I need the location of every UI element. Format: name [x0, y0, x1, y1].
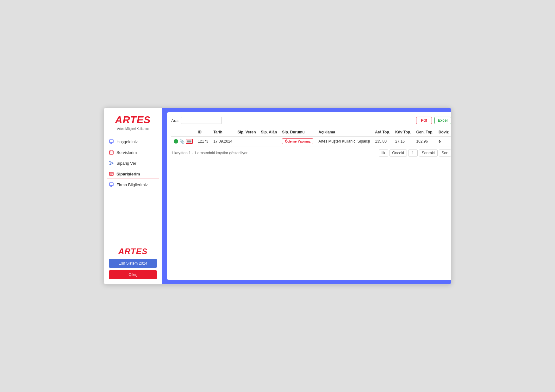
col-header-gen-top: Gen. Top. — [414, 128, 436, 137]
list-icon — [109, 171, 114, 176]
search-label: Ara: — [171, 118, 179, 123]
main-content: Ara: Pdf Excel ID Tarih Sip. Veren Sip. — [162, 108, 452, 284]
pagination: 1 kayıttan 1 - 1 arasındaki kayıtlar gös… — [171, 150, 451, 156]
sidebar-logo: ARTES — [115, 114, 151, 126]
sidebar-subtitle: Artes Müşteri Kullanıcı — [117, 127, 149, 131]
sidebar-item-hosgeldiniz[interactable]: Hoşgeldiniz — [104, 136, 162, 147]
col-header-aciklama: Açıklama — [316, 128, 372, 137]
table-row: 📎 12173 17.09.2024 Ödeme Yapımız — [171, 137, 451, 146]
sidebar-item-firma[interactable]: Firma Bilgilerimiz — [104, 179, 162, 190]
btn-onceki[interactable]: Önceki — [390, 150, 407, 156]
btn-son[interactable]: Son — [439, 150, 451, 156]
excel-button[interactable]: Excel — [434, 117, 451, 124]
pdf-button[interactable]: Pdf — [416, 117, 432, 124]
action-icons: 📎 — [174, 139, 193, 144]
bottom-logo-text: ARTES — [118, 247, 148, 256]
col-header-doviz: Döviz — [436, 128, 451, 137]
btn-sonraki[interactable]: Sonraki — [419, 150, 438, 156]
table-header-row: ID Tarih Sip. Veren Sip. Alân Sip. Durum… — [171, 128, 451, 137]
pagination-controls: İlk Önceki Sonraki Son — [379, 150, 451, 156]
row-sip-veren — [235, 137, 258, 146]
monitor-icon — [109, 139, 114, 144]
status-green-icon — [174, 139, 178, 144]
sidebar-label-siparis-ver: Sipariş Ver — [116, 161, 136, 166]
send-icon — [109, 161, 114, 166]
orders-table: ID Tarih Sip. Veren Sip. Alân Sip. Durum… — [171, 128, 451, 146]
sidebar-label-firma: Firma Bilgilerimiz — [116, 182, 148, 187]
calendar-icon — [109, 150, 114, 155]
monitor2-icon — [109, 182, 114, 187]
row-sip-alan — [258, 137, 279, 146]
col-header-tarih: Tarih — [211, 128, 235, 137]
sidebar-item-servislerim[interactable]: Servislerim — [104, 147, 162, 158]
card-icon[interactable] — [186, 139, 193, 144]
col-header-ara-top: Arâ Top. — [372, 128, 393, 137]
svg-marker-7 — [109, 161, 113, 165]
search-input[interactable] — [181, 117, 222, 124]
row-kdv-top: 27,16 — [393, 137, 414, 146]
sidebar-bottom: ARTES Esn Sistem 2024 Çıkış — [104, 242, 162, 284]
col-header-actions — [171, 128, 195, 137]
cikis-button[interactable]: Çıkış — [109, 270, 157, 279]
row-doviz: ₺ — [436, 137, 451, 146]
col-header-sip-durumu: Sip. Durumu — [279, 128, 316, 137]
app-container: ARTES Artes Müşteri Kullanıcı Hoşgeldini… — [103, 107, 452, 285]
row-sip-durumu: Ödeme Yapımız — [279, 137, 316, 146]
page-number-input[interactable] — [408, 150, 418, 156]
paperclip-icon: 📎 — [179, 139, 184, 144]
btn-ilk[interactable]: İlk — [379, 150, 388, 156]
svg-rect-0 — [109, 140, 113, 143]
sidebar-nav: Hoşgeldiniz Servislerim — [104, 136, 162, 190]
col-header-id: ID — [195, 128, 211, 137]
sidebar-label-hosgeldiniz: Hoşgeldiniz — [116, 139, 138, 144]
row-tarih: 17.09.2024 — [211, 137, 235, 146]
sidebar-item-siparis-ver[interactable]: Sipariş Ver — [104, 158, 162, 168]
col-header-sip-veren: Sip. Veren — [235, 128, 258, 137]
sidebar-bottom-logo: ARTES — [118, 247, 148, 256]
svg-rect-12 — [109, 183, 113, 186]
row-id: 12173 — [195, 137, 211, 146]
card-inner — [187, 140, 191, 143]
content-card: Ara: Pdf Excel ID Tarih Sip. Veren Sip. — [167, 112, 452, 280]
esn-button[interactable]: Esn Sistem 2024 — [109, 259, 157, 268]
sidebar: ARTES Artes Müşteri Kullanıcı Hoşgeldini… — [104, 108, 162, 284]
row-ara-top: 135,80 — [372, 137, 393, 146]
svg-rect-3 — [109, 151, 113, 154]
sidebar-label-siparislerim: Siparişlerim — [116, 172, 140, 176]
toolbar-left: Ara: — [171, 117, 222, 124]
col-header-kdv-top: Kdv Top. — [393, 128, 414, 137]
row-aciklama: Artes Müşteri Kullanıcı Siparişi — [316, 137, 372, 146]
col-header-sip-alan: Sip. Alân — [258, 128, 279, 137]
status-badge: Ödeme Yapımız — [282, 138, 313, 144]
sidebar-item-siparislerim[interactable]: Siparişlerim — [104, 168, 162, 179]
toolbar: Ara: Pdf Excel — [171, 117, 451, 124]
row-gen-top: 162,96 — [414, 137, 436, 146]
row-actions: 📎 — [171, 137, 195, 146]
sidebar-label-servislerim: Servislerim — [116, 150, 137, 155]
toolbar-right: Pdf Excel — [416, 117, 451, 124]
pagination-info: 1 kayıttan 1 - 1 arasındaki kayıtlar gös… — [171, 151, 247, 155]
logo-text: ARTES — [115, 114, 151, 126]
